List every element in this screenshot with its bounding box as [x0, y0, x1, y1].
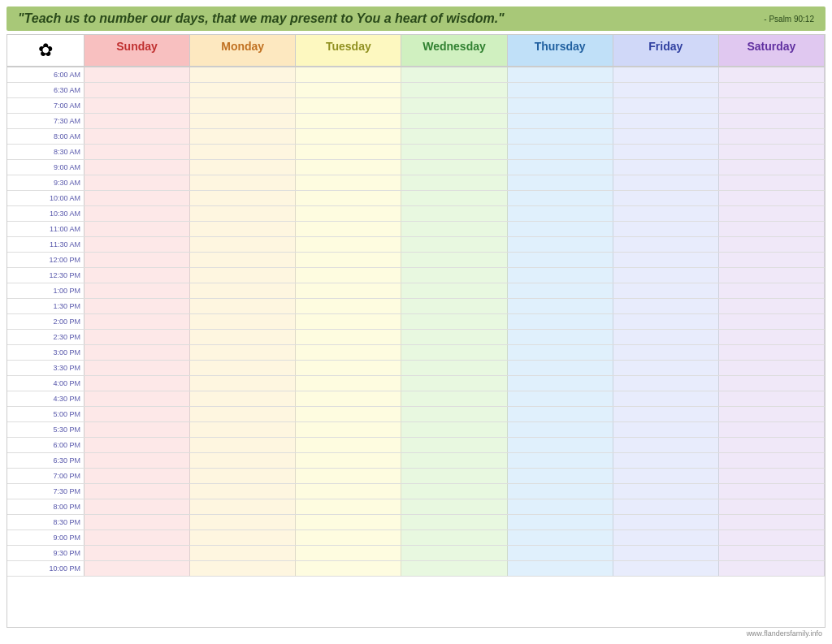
cell-tuesday[interactable] — [296, 299, 401, 313]
cell-sunday[interactable] — [84, 283, 190, 298]
cell-wednesday[interactable] — [401, 237, 507, 252]
cell-wednesday[interactable] — [401, 561, 507, 576]
cell-friday[interactable] — [613, 114, 719, 128]
cell-saturday[interactable] — [719, 499, 825, 514]
cell-sunday[interactable] — [84, 145, 190, 159]
cell-wednesday[interactable] — [401, 422, 507, 437]
cell-thursday[interactable] — [508, 376, 613, 391]
cell-tuesday[interactable] — [296, 206, 401, 221]
cell-thursday[interactable] — [508, 484, 613, 499]
cell-tuesday[interactable] — [296, 530, 401, 545]
cell-saturday[interactable] — [719, 253, 825, 267]
cell-wednesday[interactable] — [401, 114, 507, 128]
cell-tuesday[interactable] — [296, 422, 401, 437]
cell-monday[interactable] — [190, 391, 296, 406]
cell-sunday[interactable] — [84, 268, 190, 283]
cell-monday[interactable] — [190, 469, 296, 483]
cell-saturday[interactable] — [719, 160, 825, 175]
cell-wednesday[interactable] — [401, 314, 507, 329]
cell-sunday[interactable] — [84, 175, 190, 190]
cell-wednesday[interactable] — [401, 438, 507, 452]
cell-saturday[interactable] — [719, 114, 825, 128]
cell-tuesday[interactable] — [296, 191, 401, 205]
cell-wednesday[interactable] — [401, 546, 507, 560]
cell-tuesday[interactable] — [296, 222, 401, 236]
cell-thursday[interactable] — [508, 145, 613, 159]
cell-sunday[interactable] — [84, 114, 190, 128]
cell-thursday[interactable] — [508, 67, 613, 82]
cell-thursday[interactable] — [508, 330, 613, 344]
cell-thursday[interactable] — [508, 361, 613, 375]
cell-tuesday[interactable] — [296, 345, 401, 360]
cell-monday[interactable] — [190, 98, 296, 113]
cell-saturday[interactable] — [719, 299, 825, 313]
cell-friday[interactable] — [613, 330, 719, 344]
cell-sunday[interactable] — [84, 98, 190, 113]
cell-wednesday[interactable] — [401, 376, 507, 391]
cell-thursday[interactable] — [508, 499, 613, 514]
cell-wednesday[interactable] — [401, 407, 507, 421]
cell-tuesday[interactable] — [296, 515, 401, 529]
cell-monday[interactable] — [190, 561, 296, 576]
cell-tuesday[interactable] — [296, 499, 401, 514]
cell-thursday[interactable] — [508, 283, 613, 298]
cell-tuesday[interactable] — [296, 98, 401, 113]
cell-wednesday[interactable] — [401, 98, 507, 113]
cell-friday[interactable] — [613, 515, 719, 529]
cell-monday[interactable] — [190, 114, 296, 128]
cell-tuesday[interactable] — [296, 129, 401, 144]
cell-monday[interactable] — [190, 484, 296, 499]
cell-friday[interactable] — [613, 314, 719, 329]
cell-tuesday[interactable] — [296, 469, 401, 483]
cell-wednesday[interactable] — [401, 67, 507, 82]
cell-saturday[interactable] — [719, 314, 825, 329]
cell-monday[interactable] — [190, 175, 296, 190]
cell-monday[interactable] — [190, 345, 296, 360]
cell-monday[interactable] — [190, 129, 296, 144]
cell-thursday[interactable] — [508, 175, 613, 190]
cell-sunday[interactable] — [84, 299, 190, 313]
cell-friday[interactable] — [613, 237, 719, 252]
cell-saturday[interactable] — [719, 453, 825, 468]
cell-monday[interactable] — [190, 222, 296, 236]
cell-saturday[interactable] — [719, 129, 825, 144]
cell-tuesday[interactable] — [296, 561, 401, 576]
cell-sunday[interactable] — [84, 484, 190, 499]
cell-friday[interactable] — [613, 83, 719, 97]
cell-wednesday[interactable] — [401, 391, 507, 406]
cell-saturday[interactable] — [719, 515, 825, 529]
cell-thursday[interactable] — [508, 515, 613, 529]
cell-saturday[interactable] — [719, 438, 825, 452]
cell-sunday[interactable] — [84, 253, 190, 267]
cell-friday[interactable] — [613, 453, 719, 468]
cell-tuesday[interactable] — [296, 453, 401, 468]
cell-tuesday[interactable] — [296, 484, 401, 499]
cell-sunday[interactable] — [84, 391, 190, 406]
cell-wednesday[interactable] — [401, 206, 507, 221]
cell-sunday[interactable] — [84, 407, 190, 421]
cell-friday[interactable] — [613, 530, 719, 545]
cell-friday[interactable] — [613, 206, 719, 221]
cell-monday[interactable] — [190, 422, 296, 437]
cell-saturday[interactable] — [719, 206, 825, 221]
cell-wednesday[interactable] — [401, 515, 507, 529]
cell-thursday[interactable] — [508, 191, 613, 205]
cell-friday[interactable] — [613, 160, 719, 175]
cell-saturday[interactable] — [719, 546, 825, 560]
cell-monday[interactable] — [190, 206, 296, 221]
cell-thursday[interactable] — [508, 268, 613, 283]
cell-wednesday[interactable] — [401, 160, 507, 175]
cell-sunday[interactable] — [84, 237, 190, 252]
cell-wednesday[interactable] — [401, 330, 507, 344]
cell-thursday[interactable] — [508, 253, 613, 267]
cell-thursday[interactable] — [508, 83, 613, 97]
cell-sunday[interactable] — [84, 67, 190, 82]
cell-thursday[interactable] — [508, 314, 613, 329]
cell-saturday[interactable] — [719, 561, 825, 576]
cell-tuesday[interactable] — [296, 237, 401, 252]
cell-monday[interactable] — [190, 330, 296, 344]
cell-friday[interactable] — [613, 546, 719, 560]
cell-thursday[interactable] — [508, 114, 613, 128]
cell-wednesday[interactable] — [401, 268, 507, 283]
cell-thursday[interactable] — [508, 222, 613, 236]
